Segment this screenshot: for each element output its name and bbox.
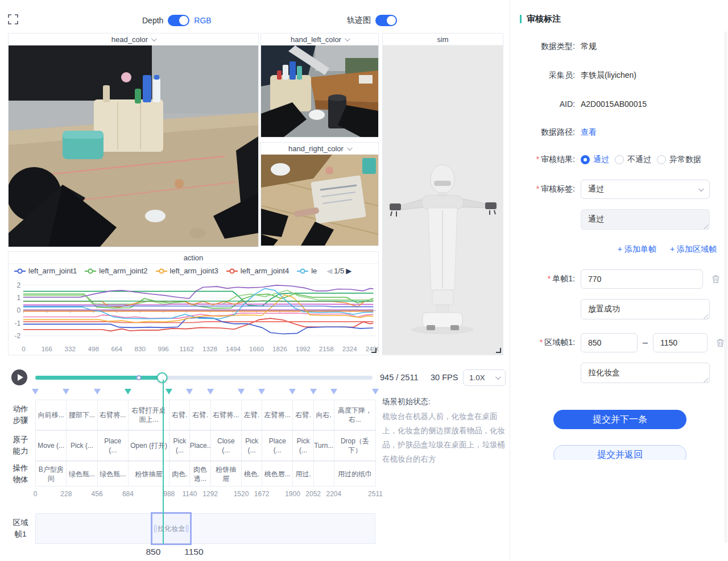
step-marker[interactable]	[63, 389, 69, 394]
timeline-cell[interactable]: 肉色.	[169, 461, 190, 487]
radio-option-fail[interactable]: 不通过	[615, 155, 651, 165]
timeline-cell[interactable]: 绿色瓶...	[66, 461, 97, 487]
timeline-cell[interactable]: 右臂.	[189, 400, 210, 430]
single-frame-input[interactable]	[581, 269, 703, 289]
timeline-cell[interactable]: 桃色.	[241, 461, 262, 487]
depth-rgb-toggle[interactable]	[168, 15, 189, 26]
timeline-cell[interactable]: Pick (...	[66, 430, 97, 461]
step-marker[interactable]	[310, 389, 317, 394]
legend-next-button[interactable]: ▶	[346, 267, 351, 275]
radio-option-abnormal[interactable]: 异常数据	[657, 155, 701, 165]
step-marker[interactable]	[372, 389, 379, 394]
hand-right-camera-panel: hand_right_color	[260, 142, 379, 246]
add-links-row: + 添加单帧 + 添加区域帧	[520, 232, 720, 269]
timeline-cell[interactable]: Turn...	[313, 430, 334, 461]
timeline-cell[interactable]: Place (...	[262, 430, 293, 461]
trajectory-toggle[interactable]	[375, 15, 397, 26]
timeline-cell[interactable]: 绿色瓶...	[97, 461, 129, 487]
segment-left-handle[interactable]	[154, 525, 156, 533]
hand-right-camera-selector[interactable]: hand_right_color	[261, 143, 378, 155]
playback-speed-select[interactable]: 1.0X	[463, 369, 506, 386]
region-start-label: 850	[146, 547, 160, 557]
delete-region-frame-button[interactable]	[716, 338, 725, 347]
submit-back-button[interactable]: 提交并返回	[553, 445, 686, 460]
region-end-input[interactable]	[653, 333, 708, 352]
step-marker[interactable]	[258, 389, 265, 394]
legend-item[interactable]: left_arm_joint2	[85, 267, 147, 275]
single-frame-marker-dot[interactable]	[136, 375, 141, 380]
radio-option-pass[interactable]: 通过	[581, 155, 609, 165]
timeline-cell[interactable]: Place (...	[97, 430, 129, 461]
svg-text:1494: 1494	[226, 345, 241, 352]
legend-item[interactable]: left_arm_joint4	[226, 267, 289, 275]
fullscreen-icon[interactable]	[8, 14, 18, 24]
timeline-cell[interactable]: 左臂.	[241, 400, 262, 430]
add-region-frame-link[interactable]: + 添加区域帧	[670, 244, 717, 255]
trajectory-label: 轨迹图	[347, 15, 371, 26]
timeline-cell[interactable]: 肉色透...	[189, 461, 210, 487]
timeline-cell[interactable]: 腰部下...	[66, 400, 97, 430]
timeline-cell[interactable]: Drop（丢下）	[334, 430, 376, 461]
region-frame-note[interactable]	[581, 363, 710, 383]
delete-single-frame-button[interactable]	[712, 275, 720, 284]
step-marker[interactable]	[186, 389, 193, 394]
hand-left-camera-selector[interactable]: hand_left_color	[261, 34, 378, 45]
head-camera-selector[interactable]: head_color	[9, 34, 258, 45]
step-marker[interactable]	[289, 389, 296, 394]
review-tag-note[interactable]	[581, 209, 710, 230]
sim-title: sim	[437, 35, 448, 44]
single-frame-note[interactable]	[581, 299, 710, 319]
step-marker[interactable]	[166, 389, 172, 394]
review-tag-value: 通过	[588, 184, 604, 194]
step-marker[interactable]	[94, 389, 101, 394]
timeline-cell[interactable]: Pick (...	[169, 430, 190, 461]
svg-text:-2: -2	[14, 332, 20, 340]
timeline-cell[interactable]: 向右.	[313, 400, 334, 430]
timeline-cell[interactable]: Close (...	[210, 430, 242, 461]
timeline-cell[interactable]: 用过.	[292, 461, 313, 487]
frame-axis-tick: 1672	[254, 490, 270, 498]
timeline-cell[interactable]: 右臂.	[292, 400, 313, 430]
timeline-cell[interactable]: 高度下降，右...	[334, 400, 376, 430]
depth-label: Depth	[142, 16, 163, 25]
step-marker[interactable]	[207, 389, 214, 394]
review-tag-select[interactable]: 通过	[581, 180, 710, 199]
step-marker[interactable]	[330, 389, 337, 394]
play-button[interactable]	[11, 369, 27, 385]
timeline-cell[interactable]: 向前移...	[35, 400, 67, 430]
hand-right-camera-image	[261, 155, 378, 246]
sim-resize-handle[interactable]	[496, 348, 501, 353]
left-pane: Depth RGB 轨迹图 head_color	[0, 0, 510, 561]
add-single-frame-link[interactable]: + 添加单帧	[618, 244, 656, 255]
timeline-cell[interactable]: Place..	[189, 430, 210, 461]
timeline-cell[interactable]: Pick (...	[292, 430, 313, 461]
timeline-cell[interactable]: 右臂将...	[210, 400, 242, 430]
timeline-cell[interactable]: 右臂将...	[97, 400, 129, 430]
action-chart-canvas[interactable]: 210-1-2016633249866483099611621328149416…	[9, 278, 378, 356]
view-data-path-link[interactable]: 查看	[581, 127, 597, 138]
region-frame-segment[interactable]: 拉化妆盒	[151, 512, 191, 545]
timeline-cell[interactable]: 桃色唇...	[262, 461, 293, 487]
step-marker[interactable]	[238, 389, 245, 394]
region-start-input[interactable]	[581, 333, 638, 352]
segment-right-handle[interactable]	[186, 525, 188, 533]
timeline-cell[interactable]: Pick (...	[241, 430, 262, 461]
playback-slider[interactable]	[35, 376, 373, 380]
timeline-cell[interactable]: Move (...	[35, 430, 67, 461]
step-marker[interactable]	[125, 389, 131, 394]
timeline-cell[interactable]	[313, 461, 334, 487]
region-frame-row: *区域帧1: –	[520, 333, 720, 352]
timeline-cell[interactable]: B户型房间	[35, 461, 67, 487]
legend-item[interactable]: left_arm_joint1	[14, 267, 77, 275]
step-marker[interactable]	[32, 389, 39, 394]
timeline-cell[interactable]: 右臂.	[169, 400, 190, 430]
timeline-cell[interactable]: 粉饼抽屉	[210, 461, 242, 487]
legend-item[interactable]: le	[297, 267, 317, 275]
timeline-cell[interactable]: 用过的纸巾	[334, 461, 376, 487]
legend-item[interactable]: left_arm_joint3	[156, 267, 218, 275]
chart-resize-handle[interactable]	[371, 348, 377, 353]
timeline-cell[interactable]: 左臂将...	[262, 400, 293, 430]
submit-next-button[interactable]: 提交并下一条	[553, 410, 686, 429]
region-frame-track[interactable]: 拉化妆盒	[35, 513, 375, 544]
legend-prev-button[interactable]: ◀	[326, 267, 332, 275]
